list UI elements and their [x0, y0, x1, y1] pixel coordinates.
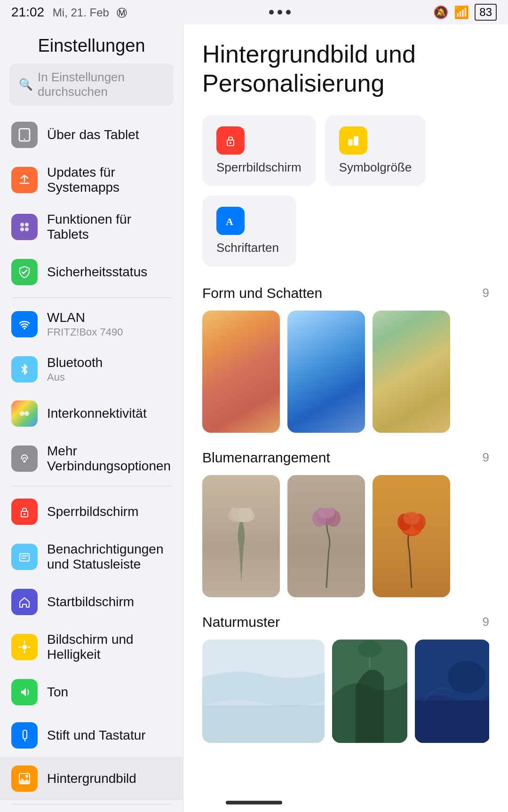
- section-title-form: Form und Schatten: [202, 285, 322, 301]
- sidebar-item-bildschirm[interactable]: Bildschirm und Helligkeit: [0, 624, 183, 671]
- battery-icon: 83: [475, 4, 497, 21]
- sidebar-item-bluetooth[interactable]: Bluetooth Aus: [0, 347, 183, 392]
- right-title: Hintergrundbild und Personalisierung: [202, 39, 489, 98]
- verbindung-label: Mehr Verbindungsoptionen: [47, 444, 172, 474]
- sidebar-item-funktionen[interactable]: Funktionen für Tablets: [0, 203, 183, 250]
- sidebar-item-tablet[interactable]: Über das Tablet: [0, 113, 183, 156]
- sidebar-section-4: Gesichtsdaten und Bildschirmsperre Daten…: [0, 808, 183, 812]
- sperrbildschirm-sidebar-icon: [11, 499, 38, 525]
- sidebar-item-ton[interactable]: Ton: [0, 671, 183, 714]
- quick-tiles: Sperrbildschirm Symbolgröße A Schrifta: [202, 115, 489, 266]
- quick-tile-schriftarten[interactable]: A Schriftarten: [202, 195, 296, 266]
- svg-point-23: [25, 775, 28, 778]
- wallpaper-form-1[interactable]: [202, 311, 280, 433]
- svg-rect-20: [23, 730, 27, 739]
- sicherheit-icon: [11, 259, 38, 285]
- quick-tile-schriftarten-label: Schriftarten: [216, 241, 279, 255]
- status-icons: 🔕 📶 83: [433, 4, 497, 21]
- bildschirm-label: Bildschirm und Helligkeit: [47, 632, 172, 662]
- quick-tile-sperrbildschirm[interactable]: Sperrbildschirm: [202, 115, 316, 186]
- sperrbildschirm-sidebar-label: Sperrbildschirm: [47, 504, 139, 519]
- svg-point-4: [20, 227, 24, 231]
- status-time-date: 21:02 Mi, 21. Feb Ⓜ: [11, 5, 127, 20]
- sidebar-item-inter[interactable]: Interkonnektivität: [0, 392, 183, 435]
- hintergrund-text: Hintergrundbild: [47, 771, 136, 786]
- wallpaper-blumen-1[interactable]: [202, 475, 280, 597]
- startbildschirm-label: Startbildschirm: [47, 594, 134, 609]
- section-header-natur: Naturmuster 9: [202, 614, 489, 630]
- svg-point-3: [25, 223, 29, 226]
- quick-tile-symbolgroesse-icon: [339, 126, 367, 155]
- sidebar-item-verbindung[interactable]: Mehr Verbindungsoptionen: [0, 435, 183, 482]
- sidebar-item-stift[interactable]: Stift und Tastatur: [0, 714, 183, 757]
- inter-icon: [11, 400, 38, 427]
- sperrbildschirm-sidebar-text: Sperrbildschirm: [47, 504, 139, 519]
- bluetooth-icon: [11, 356, 38, 383]
- sidebar-item-sicherheit[interactable]: Sicherheitsstatus: [0, 250, 183, 294]
- bluetooth-text: Bluetooth Aus: [47, 355, 103, 383]
- sicherheit-label: Sicherheitsstatus: [47, 265, 147, 280]
- sidebar-item-hintergrund[interactable]: Hintergrundbild: [0, 757, 183, 800]
- wallpaper-blumen-2[interactable]: [287, 475, 365, 597]
- svg-point-11: [24, 513, 25, 515]
- divider-1: [11, 297, 172, 298]
- sidebar-section-3: Sperrbildschirm Benachrichtigungen und S…: [0, 490, 183, 800]
- wallpaper-grid-natur: [202, 640, 489, 743]
- stift-text: Stift und Tastatur: [47, 728, 146, 743]
- search-bar[interactable]: 🔍 In Einstellungen durchsuchen: [9, 63, 174, 106]
- ton-icon: [11, 679, 38, 705]
- wallpaper-form-3[interactable]: [373, 311, 450, 433]
- sidebar-item-updates[interactable]: Updates für Systemapps: [0, 156, 183, 203]
- section-title-blumen: Blumenarrangement: [202, 450, 330, 466]
- dot-3: [286, 10, 291, 15]
- wallpaper-section-natur: Naturmuster 9: [202, 614, 489, 743]
- bildschirm-icon: [11, 634, 38, 660]
- sicherheit-text: Sicherheitsstatus: [47, 265, 147, 280]
- section-title-natur: Naturmuster: [202, 614, 280, 630]
- bluetooth-label: Bluetooth: [47, 355, 103, 370]
- dot-1: [269, 10, 274, 15]
- quick-tile-symbolgroesse[interactable]: Symbolgröße: [325, 115, 426, 186]
- section-count-natur: 9: [483, 615, 489, 629]
- sidebar-section-1: Über das Tablet Updates für Systemapps: [0, 113, 183, 294]
- quick-tile-symbolgroesse-label: Symbolgröße: [339, 160, 412, 175]
- svg-point-6: [24, 328, 25, 329]
- svg-point-8: [24, 411, 29, 416]
- stift-label: Stift und Tastatur: [47, 728, 146, 743]
- divider-2: [11, 486, 172, 486]
- wallpaper-section-blumen: Blumenarrangement 9: [202, 450, 489, 597]
- sidebar-item-startbildschirm[interactable]: Startbildschirm: [0, 580, 183, 624]
- tablet-icon: [11, 122, 38, 148]
- search-placeholder-text: In Einstellungen durchsuchen: [38, 70, 164, 99]
- right-panel: Hintergrundbild und Personalisierung Spe…: [183, 24, 508, 812]
- sidebar-item-wlan[interactable]: WLAN FRITZ!Box 7490: [0, 302, 183, 347]
- wlan-text: WLAN FRITZ!Box 7490: [47, 310, 123, 338]
- svg-point-9: [24, 461, 26, 463]
- wallpaper-natur-3[interactable]: [415, 640, 489, 743]
- wifi-icon: 📶: [454, 5, 469, 20]
- inter-text: Interkonnektivität: [47, 406, 147, 421]
- startbildschirm-icon: [11, 589, 38, 615]
- svg-point-41: [403, 512, 420, 525]
- wallpaper-natur-2[interactable]: [332, 640, 407, 743]
- sidebar-item-gesicht[interactable]: Gesichtsdaten und Bildschirmsperre: [0, 808, 183, 812]
- ton-text: Ton: [47, 685, 68, 700]
- sidebar-item-sperrbildschirm[interactable]: Sperrbildschirm: [0, 490, 183, 533]
- wallpaper-form-2[interactable]: [287, 311, 365, 433]
- search-icon: 🔍: [19, 78, 33, 91]
- sidebar-title: Einstellungen: [0, 24, 183, 63]
- updates-text: Updates für Systemapps: [47, 165, 172, 195]
- sidebar-item-benachrichtigungen[interactable]: Benachrichtigungen und Statusleiste: [0, 533, 183, 580]
- verbindung-text: Mehr Verbindungsoptionen: [47, 444, 172, 474]
- wallpaper-grid-form: [202, 311, 489, 433]
- wallpaper-natur-1[interactable]: [202, 640, 325, 743]
- wallpaper-section-form: Form und Schatten 9: [202, 285, 489, 433]
- funktionen-icon: [11, 214, 38, 240]
- wallpaper-blumen-3[interactable]: [373, 475, 450, 597]
- tablet-text: Über das Tablet: [47, 127, 139, 142]
- verbindung-icon: [11, 445, 38, 472]
- hintergrund-label: Hintergrundbild: [47, 771, 136, 786]
- status-center-dots: [269, 10, 291, 15]
- quick-tile-schriftarten-icon: A: [216, 207, 245, 235]
- section-count-form: 9: [483, 286, 489, 300]
